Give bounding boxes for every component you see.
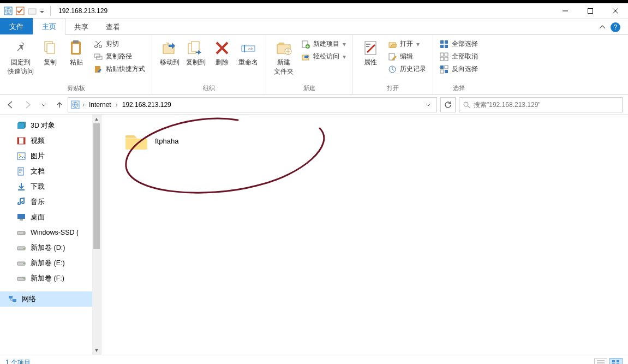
sidebar-item[interactable]: 新加卷 (F:)	[0, 271, 101, 286]
svg-rect-41	[445, 65, 448, 69]
sidebar-item-network[interactable]: 网络	[0, 291, 101, 307]
svg-rect-55	[20, 219, 23, 220]
window-title: 192.168.213.129	[58, 7, 107, 15]
sidebar-item[interactable]: 视频	[0, 133, 101, 148]
rename-icon: ab	[240, 39, 257, 57]
crumb-sep-icon[interactable]: ›	[116, 101, 118, 109]
svg-rect-19	[244, 45, 245, 52]
file-list-area[interactable]: ftphaha	[101, 115, 628, 355]
qat-folder-icon[interactable]	[27, 6, 37, 16]
sidebar-item[interactable]: 3D 对象	[0, 118, 101, 133]
sidebar-item-label: 文档	[31, 167, 45, 176]
open-button[interactable]: 打开 ▾	[386, 38, 428, 50]
svg-rect-35	[445, 45, 448, 48]
sidebar-item-label: 新加卷 (D:)	[31, 243, 65, 253]
tab-main[interactable]: 主页	[33, 18, 65, 35]
selectall-icon	[440, 40, 448, 49]
crumb-sep-icon[interactable]: ›	[82, 101, 85, 109]
edit-icon	[388, 52, 397, 61]
search-input[interactable]	[474, 101, 619, 109]
refresh-button[interactable]	[440, 97, 456, 112]
sidebar-item-label: 3D 对象	[31, 121, 55, 130]
collapse-ribbon-icon[interactable]	[599, 23, 606, 31]
shortcut-icon	[94, 65, 103, 74]
crumb-root[interactable]: Internet	[87, 101, 113, 109]
pin-icon	[12, 39, 29, 57]
paste-button[interactable]: 粘贴	[63, 37, 89, 69]
svg-rect-53	[18, 168, 23, 175]
view-icons-button[interactable]	[609, 358, 623, 365]
nav-forward-button[interactable]	[23, 100, 33, 110]
close-button[interactable]	[603, 3, 628, 19]
pin-quickaccess-button[interactable]: 固定到 快速访问	[4, 37, 37, 79]
invert-button[interactable]: 反向选择	[438, 63, 480, 75]
group-new-label: 新建	[303, 83, 315, 94]
copy-button[interactable]: 复制	[37, 37, 63, 69]
easyaccess-button[interactable]: 轻松访问 ▾	[299, 51, 348, 62]
sidebar-item[interactable]: Windows-SSD (	[0, 225, 101, 240]
svg-point-11	[99, 45, 102, 47]
properties-button[interactable]: 属性	[357, 37, 384, 69]
svg-rect-9	[73, 40, 79, 43]
moveto-button[interactable]: 移动到	[157, 37, 183, 69]
status-bar: 1 个项目	[0, 355, 628, 364]
group-clipboard-label: 剪贴板	[67, 83, 85, 94]
selectnone-button[interactable]: 全部取消	[438, 51, 480, 62]
network-location-icon	[70, 100, 80, 110]
paste-shortcut-button[interactable]: 粘贴快捷方式	[92, 63, 147, 75]
sidebar-item[interactable]: 新加卷 (D:)	[0, 240, 101, 255]
help-icon[interactable]: ?	[611, 22, 620, 32]
search-box[interactable]	[459, 97, 623, 112]
crumb-leaf[interactable]: 192.168.213.129	[120, 101, 174, 109]
view-details-button[interactable]	[594, 358, 607, 365]
edit-button[interactable]: 编辑	[386, 51, 428, 62]
svg-point-46	[464, 102, 468, 106]
properties-icon	[362, 39, 379, 57]
svg-rect-8	[73, 44, 79, 53]
nav-up-button[interactable]	[55, 100, 64, 110]
tab-share[interactable]: 共享	[65, 19, 97, 35]
copy-icon	[41, 39, 59, 57]
sidebar-item[interactable]: 文档	[0, 164, 101, 179]
history-button[interactable]: 历史记录	[386, 63, 428, 75]
sidebar-item-label: 视频	[31, 136, 45, 146]
svg-rect-37	[445, 53, 448, 56]
newfolder-button[interactable]: 新建 文件夹	[271, 37, 297, 79]
copyto-button[interactable]: 复制到	[183, 37, 209, 69]
group-organize-label: 组织	[203, 83, 215, 94]
sidebar-item[interactable]: 音乐	[0, 194, 101, 210]
qat-dropdown-icon[interactable]	[39, 6, 45, 16]
rename-button[interactable]: ab重命名	[235, 37, 261, 69]
tab-file[interactable]: 文件	[0, 18, 33, 34]
cut-button[interactable]: 剪切	[92, 38, 147, 50]
copy-path-button[interactable]: 复制路径	[92, 51, 147, 62]
path-icon	[94, 52, 103, 61]
group-open-label: 打开	[387, 83, 399, 94]
sidebar-item[interactable]: 下载	[0, 179, 101, 194]
address-bar: › Internet › 192.168.213.129	[0, 95, 628, 115]
addr-dropdown-icon[interactable]	[422, 102, 434, 108]
delete-button[interactable]: 删除	[209, 37, 235, 69]
delete-icon	[213, 39, 231, 57]
folder-item[interactable]: ftphaha	[119, 127, 217, 155]
sidebar-item[interactable]: 桌面	[0, 210, 101, 225]
sidebar-item[interactable]: 图片	[0, 148, 101, 164]
sidebar-scrollbar[interactable]: ▲ ▼	[92, 115, 101, 355]
selectall-button[interactable]: 全部选择	[438, 38, 480, 50]
svg-rect-47	[17, 123, 24, 129]
tab-view[interactable]: 查看	[97, 19, 129, 35]
easyaccess-icon	[301, 52, 310, 61]
svg-rect-42	[440, 70, 444, 73]
sidebar-item-icon	[16, 228, 26, 237]
minimize-button[interactable]	[553, 3, 578, 19]
nav-sidebar: 3D 对象视频图片文档下载音乐桌面Windows-SSD (新加卷 (D:)新加…	[0, 115, 101, 355]
svg-point-59	[23, 248, 25, 249]
sidebar-item-label: 下载	[31, 182, 45, 192]
ribbon: 固定到 快速访问 复制 粘贴 剪切 复制路径 粘贴快捷方式 剪贴板 移动到 复制…	[0, 35, 628, 95]
nav-recent-button[interactable]	[40, 100, 47, 110]
sidebar-item[interactable]: 新加卷 (E:)	[0, 255, 101, 271]
maximize-button[interactable]	[578, 3, 603, 19]
breadcrumb-box[interactable]: › Internet › 192.168.213.129	[68, 97, 437, 112]
newitem-button[interactable]: 新建项目 ▾	[299, 38, 348, 50]
nav-back-button[interactable]	[5, 100, 15, 110]
